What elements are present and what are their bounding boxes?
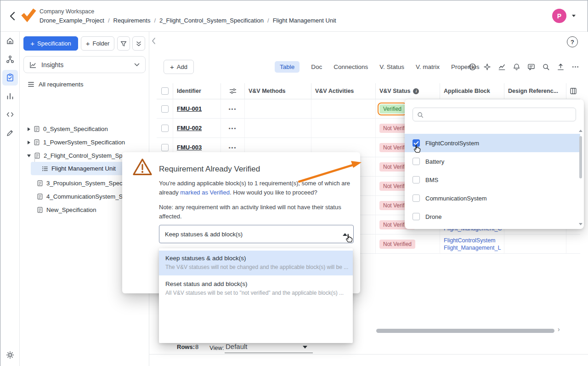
column-header-vv-activities[interactable]: V&V Activities <box>311 83 376 99</box>
back-icon[interactable] <box>7 10 19 22</box>
status-badge: Verified <box>379 104 405 114</box>
insights-panel-toggle[interactable]: Insights <box>23 56 146 73</box>
block-option-drone[interactable]: Drone <box>405 207 580 226</box>
block-option-battery[interactable]: Battery <box>405 152 580 171</box>
marked-verified-link[interactable]: marked as Verified <box>180 189 230 196</box>
status-info-icon[interactable] <box>413 88 419 94</box>
menu-option-reset-status[interactable]: Reset status and add block(s) All V&V st… <box>159 276 353 301</box>
new-specification-button[interactable]: Specification <box>23 36 78 51</box>
scroll-up-icon[interactable] <box>579 130 582 132</box>
status-badge: Not Verified <box>379 240 415 249</box>
help-button[interactable]: ? <box>567 36 578 47</box>
row-menu-icon[interactable] <box>229 126 237 131</box>
breadcrumb: Drone_Example_ProjectRequirements2_Fligh… <box>40 17 336 24</box>
select-all-checkbox[interactable] <box>161 87 169 95</box>
block-option-communicationsystem[interactable]: CommunicationSystem <box>405 189 580 207</box>
info-icon[interactable] <box>469 63 476 71</box>
view-value: Default <box>226 343 248 350</box>
column-header-vv-methods[interactable]: V&V Methods <box>245 83 311 99</box>
code-icon[interactable] <box>2 107 18 122</box>
column-header-design-reference[interactable]: Design Referenc... <box>504 83 566 99</box>
requirements-icon[interactable] <box>2 70 18 86</box>
menu-option-keep-statuses[interactable]: Keep statuses & add block(s) The V&V sta… <box>159 251 353 275</box>
block-checkbox[interactable] <box>413 213 420 220</box>
column-header-applicable-block[interactable]: Applicable Block <box>440 83 504 99</box>
tab-connections[interactable]: Connections <box>334 61 368 73</box>
notifications-bell-icon[interactable] <box>513 63 520 71</box>
sidebar-item-spec-1[interactable]: 1_PowerSystem_Specification <box>20 136 149 149</box>
block-search-input[interactable] <box>413 108 576 121</box>
view-caret-icon <box>303 346 307 349</box>
column-config-icon[interactable] <box>566 83 580 99</box>
breadcrumb-specification[interactable]: 2_Flight_Control_System_Specification <box>150 17 264 24</box>
block-link[interactable]: FlightControlSystem <box>444 237 501 244</box>
requirement-link[interactable]: FMU-002 <box>177 125 202 132</box>
expand-caret-icon[interactable] <box>28 127 30 131</box>
filter-button[interactable] <box>117 36 130 51</box>
home-icon[interactable] <box>2 33 18 49</box>
row-checkbox[interactable] <box>161 105 169 113</box>
tab-doc[interactable]: Doc <box>311 61 322 73</box>
sidebar-item-spec-0[interactable]: 0_System_Specification <box>20 122 149 136</box>
settings-gear-icon[interactable] <box>2 347 18 363</box>
tab-v-matrix[interactable]: V. matrix <box>416 61 440 73</box>
export-icon[interactable] <box>557 63 565 71</box>
specification-doc-icon <box>37 180 43 187</box>
column-header-vv-status[interactable]: V&V Status <box>376 83 440 99</box>
insights-chart-icon <box>29 61 37 69</box>
breadcrumb-requirements[interactable]: Requirements <box>104 17 151 24</box>
trend-chart-icon[interactable] <box>498 63 506 71</box>
list-icon <box>28 81 34 88</box>
tab-v-status[interactable]: V. Status <box>379 61 404 73</box>
rows-count-label: Rows: <box>177 343 195 350</box>
block-checkbox[interactable] <box>413 194 420 202</box>
expand-caret-icon[interactable] <box>28 141 30 144</box>
column-settings-icon[interactable] <box>221 83 245 99</box>
left-icon-rail <box>0 32 20 366</box>
collapse-all-button[interactable] <box>132 36 145 51</box>
breadcrumb-project[interactable]: Drone_Example_Project <box>40 17 104 24</box>
avatar-menu-caret-icon[interactable] <box>572 15 576 17</box>
row-menu-icon[interactable] <box>229 145 237 150</box>
column-header-identifier[interactable]: Identifier <box>173 83 221 99</box>
block-link[interactable]: Flight_Management_L <box>444 244 501 252</box>
avatar[interactable]: P <box>552 9 566 23</box>
horizontal-scrollbar[interactable] <box>376 329 554 333</box>
more-options-icon[interactable] <box>571 63 579 71</box>
requirement-link[interactable]: FMU-001 <box>177 105 202 112</box>
top-header: Company Workspace Drone_Example_ProjectR… <box>0 0 588 32</box>
row-checkbox[interactable] <box>161 125 169 132</box>
view-label: View: <box>209 344 224 351</box>
block-checkbox-checked[interactable] <box>413 139 420 147</box>
breadcrumb-current[interactable]: Flight Management Unit <box>264 17 336 24</box>
proceed-option-select[interactable]: Keep statuses & add block(s) <box>159 225 354 243</box>
add-requirement-button[interactable]: Add <box>164 60 194 74</box>
sparkle-icon[interactable] <box>483 63 491 71</box>
row-menu-icon[interactable] <box>229 106 237 112</box>
sidebar-item-all-requirements[interactable]: All requirements <box>20 78 149 91</box>
sidebar-collapse-icon[interactable] <box>151 37 156 45</box>
scroll-right-icon[interactable]: › <box>558 326 560 333</box>
row-checkbox[interactable] <box>161 144 169 151</box>
comments-icon[interactable] <box>527 63 535 71</box>
vertical-scrollbar[interactable] <box>579 136 582 178</box>
proceed-option-menu: Keep statuses & add block(s) The V&V sta… <box>159 248 353 343</box>
scroll-down-icon[interactable] <box>579 223 582 225</box>
search-icon[interactable] <box>542 63 550 71</box>
block-checkbox[interactable] <box>413 176 420 183</box>
block-checkbox[interactable] <box>413 158 420 165</box>
workspace-name: Company Workspace <box>40 8 94 15</box>
collapse-caret-icon[interactable] <box>27 154 31 157</box>
analytics-icon[interactable] <box>2 88 18 104</box>
table-header: Identifier V&V Methods V&V Activities V&… <box>157 83 580 99</box>
hierarchy-icon[interactable] <box>2 51 18 67</box>
block-option-bms[interactable]: BMS <box>405 171 580 189</box>
block-option-flightcontrolsystem[interactable]: FlightControlSystem <box>405 134 580 152</box>
tab-table[interactable]: Table <box>275 61 300 73</box>
design-icon[interactable] <box>2 125 18 141</box>
new-folder-button[interactable]: Folder <box>81 36 114 51</box>
insights-chevron-down-icon <box>134 63 140 67</box>
requirement-link[interactable]: FMU-003 <box>177 144 202 151</box>
select-caret-up-icon <box>343 233 347 236</box>
rows-count-value: 8 <box>195 343 198 350</box>
